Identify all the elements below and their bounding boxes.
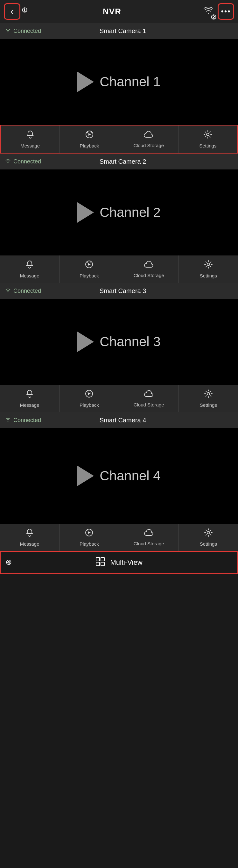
gear-icon-2 — [204, 260, 213, 271]
camera-1-name: Smart Camera 1 — [54, 27, 192, 35]
camera-1-status: Connected — [13, 28, 52, 34]
camera-3-playback-button[interactable]: Playback — [60, 385, 119, 412]
camera-1-settings-label: Settings — [199, 143, 216, 149]
camera-4-playback-label: Playback — [79, 541, 99, 547]
camera-3-video[interactable]: Channel 3 — [0, 299, 238, 385]
camera-2-header: Connected Smart Camera 2 — [0, 154, 238, 169]
multiview-button[interactable]: ④ Multi-View — [0, 551, 238, 574]
top-header: ‹ ① NVR ••• ② — [0, 0, 238, 23]
camera-3-status: Connected — [13, 288, 52, 294]
camera-1-playback-label: Playback — [79, 143, 99, 149]
svg-point-11 — [207, 531, 210, 534]
camera-2-playback-label: Playback — [79, 273, 99, 278]
bell-icon-4 — [25, 528, 34, 539]
camera-2-channel-label: Channel 2 — [77, 202, 160, 223]
camera-4-action-bar: Message Playback Cloud Storage — [0, 524, 238, 551]
camera-block-2: Connected Smart Camera 2 Channel 2 Messa… — [0, 154, 238, 283]
camera-4-settings-button[interactable]: Settings — [179, 524, 238, 551]
camera-2-message-button[interactable]: Message — [0, 255, 60, 283]
bell-icon-3 — [25, 389, 34, 400]
camera-3-action-bar: Message Playback Cloud Storage — [0, 385, 238, 412]
camera-1-cloud-label: Cloud Storage — [133, 143, 164, 148]
svg-point-8 — [207, 393, 210, 395]
more-icon: ••• — [221, 7, 231, 16]
camera-3-settings-button[interactable]: Settings — [179, 385, 238, 412]
svg-point-0 — [8, 32, 9, 32]
camera-4-name: Smart Camera 4 — [54, 416, 192, 424]
cloud-icon-4 — [144, 529, 154, 539]
camera-4-cloud-label: Cloud Storage — [134, 541, 164, 546]
play-icon-2 — [77, 202, 94, 223]
page-title: NVR — [103, 7, 121, 17]
play-icon-3 — [77, 332, 94, 352]
camera-4-cloud-button[interactable]: Cloud Storage — [119, 524, 179, 551]
camera-4-video[interactable]: Channel 4 — [0, 428, 238, 524]
camera-2-settings-button[interactable]: Settings — [179, 255, 238, 283]
camera-2-playback-button[interactable]: Playback — [60, 255, 119, 283]
camera-1-video[interactable]: Channel 1 — [0, 39, 238, 125]
camera-1-message-button[interactable]: Message — [1, 125, 60, 153]
wifi-status-icon-4 — [5, 417, 11, 423]
playback-icon-1 — [85, 130, 94, 141]
back-button[interactable]: ‹ — [4, 3, 20, 20]
cloud-icon-1 — [143, 131, 154, 141]
playback-icon-4 — [84, 528, 94, 539]
bell-icon-1 — [26, 130, 35, 141]
camera-2-video[interactable]: Channel 2 — [0, 169, 238, 255]
gear-icon-3 — [204, 389, 213, 400]
playback-icon-2 — [84, 260, 94, 271]
svg-point-3 — [8, 162, 9, 163]
camera-3-settings-label: Settings — [200, 402, 217, 408]
camera-3-playback-label: Playback — [79, 402, 99, 408]
gear-icon-1 — [203, 130, 212, 141]
camera-4-message-label: Message — [20, 541, 39, 547]
camera-1-header: Connected Smart Camera 1 — [0, 23, 238, 39]
header-right: ••• — [204, 3, 234, 20]
camera-1-playback-button[interactable]: Playback — [60, 125, 119, 153]
play-icon-4 — [77, 466, 94, 486]
play-icon-1 — [77, 72, 94, 92]
camera-2-action-bar: Message Playback Cloud Storage — [0, 255, 238, 283]
playback-icon-3 — [84, 389, 94, 400]
gear-icon-4 — [204, 528, 213, 539]
camera-3-cloud-button[interactable]: Cloud Storage — [119, 385, 179, 412]
camera-1-cloud-button[interactable]: Cloud Storage — [119, 125, 178, 153]
camera-2-settings-label: Settings — [200, 273, 217, 278]
svg-point-2 — [206, 133, 209, 136]
camera-3-header: Connected Smart Camera 3 — [0, 283, 238, 299]
svg-rect-13 — [101, 557, 104, 561]
camera-2-cloud-button[interactable]: Cloud Storage — [119, 255, 179, 283]
cloud-icon-3 — [144, 390, 154, 400]
wifi-status-icon-3 — [5, 288, 11, 294]
multiview-grid-icon — [96, 557, 105, 568]
camera-3-message-button[interactable]: Message — [0, 385, 60, 412]
camera-3-cloud-label: Cloud Storage — [134, 402, 164, 407]
camera-4-message-button[interactable]: Message — [0, 524, 60, 551]
more-button[interactable]: ••• — [218, 3, 234, 20]
camera-3-name: Smart Camera 3 — [54, 287, 192, 294]
camera-2-status: Connected — [13, 158, 52, 165]
camera-block-1: Connected Smart Camera 1 Channel 1 ③ Mes… — [0, 23, 238, 154]
camera-2-cloud-label: Cloud Storage — [134, 273, 164, 278]
camera-1-settings-button[interactable]: Settings — [178, 125, 237, 153]
cloud-icon-2 — [144, 260, 154, 271]
svg-point-5 — [207, 263, 210, 266]
camera-4-settings-label: Settings — [200, 541, 217, 547]
camera-4-playback-button[interactable]: Playback — [60, 524, 119, 551]
camera-4-status: Connected — [13, 417, 52, 424]
svg-rect-15 — [101, 562, 104, 566]
annotation-4: ④ — [6, 559, 11, 566]
camera-1-message-label: Message — [20, 143, 40, 149]
annotation-2: ② — [211, 13, 216, 21]
svg-point-6 — [8, 291, 9, 292]
camera-block-4: Connected Smart Camera 4 Channel 4 Messa… — [0, 412, 238, 551]
camera-3-channel-label: Channel 3 — [77, 332, 160, 352]
wifi-status-icon-1 — [5, 28, 11, 34]
camera-3-message-label: Message — [20, 402, 39, 408]
bell-icon-2 — [25, 260, 34, 271]
camera-1-action-bar: ③ Message Playback — [0, 125, 238, 154]
back-arrow-icon: ‹ — [10, 7, 13, 16]
wifi-status-icon-2 — [5, 159, 11, 164]
camera-block-3: Connected Smart Camera 3 Channel 3 Messa… — [0, 283, 238, 412]
svg-rect-14 — [96, 562, 100, 566]
